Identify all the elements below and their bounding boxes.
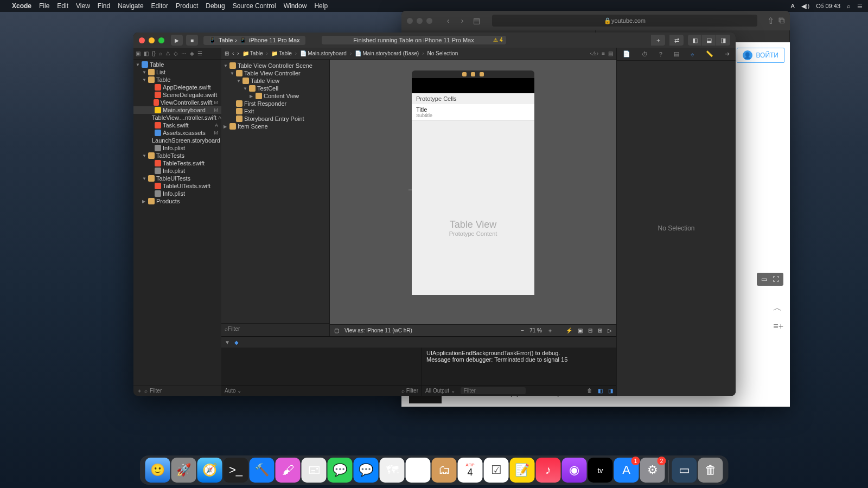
identity-inspector-icon[interactable]: ▤ bbox=[674, 50, 679, 57]
add-icon[interactable]: ＋ bbox=[137, 387, 142, 395]
file-tree-item[interactable]: TableTests.swift bbox=[133, 159, 221, 167]
file-tree[interactable]: ▼Table▼List▼TableAppDelegate.swiftSceneD… bbox=[133, 60, 221, 385]
volume-icon[interactable]: ◀)) bbox=[801, 3, 809, 10]
file-tree-item[interactable]: Assets.xcassetsM bbox=[133, 129, 221, 137]
file-tree-item[interactable]: TableView…ntroller.swiftA bbox=[133, 114, 221, 121]
warning-badge[interactable]: ⚠ 4 bbox=[493, 37, 502, 43]
dock-desktop-folder[interactable]: ▭ bbox=[672, 458, 697, 483]
size-inspector-icon[interactable]: 📏 bbox=[706, 50, 713, 57]
safari-address-bar[interactable]: 🔒 youtube.com bbox=[492, 15, 757, 27]
library-button[interactable]: ＋ bbox=[651, 35, 665, 46]
zoom-in-icon[interactable]: ＋ bbox=[547, 327, 553, 335]
yt-fullscreen-icon[interactable]: ⛶ bbox=[773, 275, 779, 283]
dock-appstore[interactable]: A1 bbox=[614, 458, 639, 483]
safari-traffic-lights[interactable] bbox=[407, 18, 432, 24]
document-outline[interactable]: ▼Table View Controller Scene▼Table View … bbox=[221, 60, 330, 336]
constraints-issues-icon[interactable]: ⚡ bbox=[566, 328, 572, 333]
resolve-icon[interactable]: ▷ bbox=[608, 328, 612, 333]
safari-share-icon[interactable]: ⇧ bbox=[767, 16, 774, 26]
nav-test-icon[interactable]: ◇ bbox=[174, 50, 178, 56]
output-mode-selector[interactable]: All Output ⌄ bbox=[425, 388, 455, 394]
file-tree-item[interactable]: ▶Products bbox=[133, 197, 221, 205]
dock-photos[interactable]: ✿ bbox=[406, 458, 431, 483]
back-icon[interactable]: ‹ bbox=[232, 50, 234, 56]
file-tree-item[interactable]: ▼TableUITests bbox=[133, 175, 221, 182]
nav-source-icon[interactable]: ◧ bbox=[144, 50, 149, 56]
console-filter-input[interactable] bbox=[461, 387, 526, 394]
file-tree-item[interactable]: ▼TableTests bbox=[133, 152, 221, 159]
adjust-editor-icon[interactable]: ▤ bbox=[608, 50, 613, 56]
outline-item[interactable]: Storyboard Entry Point bbox=[221, 115, 329, 123]
file-tree-item[interactable]: Main.storyboardM bbox=[133, 106, 221, 114]
history-inspector-icon[interactable]: ⏱ bbox=[642, 51, 648, 57]
outline-item[interactable]: ▼Table View Controller bbox=[221, 69, 329, 77]
safari-back-icon[interactable]: ‹ bbox=[442, 15, 454, 26]
menu-help[interactable]: Help bbox=[314, 2, 328, 10]
spotlight-icon[interactable]: ⌕ bbox=[847, 3, 851, 9]
dock-mail[interactable]: 🖃 bbox=[302, 458, 327, 483]
safari-forward-icon[interactable]: › bbox=[456, 15, 468, 26]
minimap-icon[interactable]: ≡ bbox=[602, 50, 605, 56]
dock-terminal[interactable]: >_ bbox=[224, 458, 248, 483]
run-button[interactable]: ▶ bbox=[171, 35, 183, 46]
outline-item[interactable]: ▼Table View bbox=[221, 77, 329, 85]
file-tree-item[interactable]: Task.swiftA bbox=[133, 121, 221, 129]
file-tree-item[interactable]: LaunchScreen.storyboard bbox=[133, 137, 221, 144]
yt-scroll-up-icon[interactable]: ︿ bbox=[773, 303, 783, 314]
yt-playlist-icon[interactable]: ≡+ bbox=[773, 322, 783, 331]
auto-selector[interactable]: Auto ⌄ bbox=[225, 388, 241, 394]
menu-edit[interactable]: Edit bbox=[57, 2, 68, 10]
toggle-navigator-button[interactable]: ◧ bbox=[688, 35, 702, 46]
file-tree-item[interactable]: ▼List bbox=[133, 68, 221, 76]
dock-calendar[interactable]: АПР4 bbox=[458, 458, 483, 483]
outline-item[interactable]: ▶Item Scene bbox=[221, 123, 329, 130]
file-tree-item[interactable]: Info.plist bbox=[133, 167, 221, 175]
left-pane-icon[interactable]: ◧ bbox=[598, 388, 603, 394]
menu-file[interactable]: File bbox=[39, 2, 49, 10]
safari-tabs-icon[interactable]: ⧉ bbox=[778, 16, 784, 25]
menu-find[interactable]: Find bbox=[98, 2, 110, 10]
file-tree-item[interactable]: Info.plist bbox=[133, 190, 221, 197]
dock-finder[interactable]: 🙂 bbox=[145, 458, 170, 483]
file-tree-item[interactable]: ▼Table bbox=[133, 61, 221, 68]
toggle-outline-icon[interactable]: ▢ bbox=[334, 328, 339, 333]
menu-product[interactable]: Product bbox=[176, 2, 198, 10]
forward-icon[interactable]: › bbox=[237, 50, 239, 56]
yt-theater-icon[interactable]: ▭ bbox=[761, 275, 767, 283]
menu-editor[interactable]: Editor bbox=[151, 2, 168, 10]
nav-debug-icon[interactable]: ⋯ bbox=[181, 50, 187, 56]
activity-status[interactable]: Finished running Table on iPhone 11 Pro … bbox=[322, 36, 506, 44]
dock-drawer[interactable]: 🗂 bbox=[432, 458, 457, 483]
file-tree-item[interactable]: AppDelegate.swift bbox=[133, 84, 221, 91]
file-tree-item[interactable]: SceneDelegate.swift bbox=[133, 91, 221, 99]
outline-item[interactable]: ▼Table View Controller Scene bbox=[221, 62, 329, 69]
toggle-inspector-button[interactable]: ◨ bbox=[716, 35, 730, 46]
file-tree-item[interactable]: ▼Table bbox=[133, 76, 221, 84]
toggle-debug-button[interactable]: ⬓ bbox=[702, 35, 716, 46]
nav-report-icon[interactable]: ☰ bbox=[197, 50, 202, 56]
hide-debug-icon[interactable]: ▼ bbox=[225, 339, 230, 345]
nav-breakpoint-icon[interactable]: ◈ bbox=[190, 50, 194, 56]
outline-item[interactable]: ▶Content View bbox=[221, 92, 329, 100]
dock-messages[interactable]: 💬 bbox=[328, 458, 353, 483]
interface-builder-canvas[interactable]: → Prototype Cells Title Subtitle bbox=[330, 60, 616, 336]
dock-notes[interactable]: 📝 bbox=[510, 458, 535, 483]
variables-view[interactable]: Auto ⌄ ⌕ Filter bbox=[221, 348, 422, 396]
dock-tv[interactable]: tv bbox=[588, 458, 613, 483]
dock-xcode[interactable]: 🔨 bbox=[250, 458, 275, 483]
dock-trash[interactable]: 🗑 bbox=[698, 458, 723, 483]
scheme-selector[interactable]: 📱 Table › 📱 iPhone 11 Pro Max bbox=[203, 36, 305, 45]
inspector-tabs[interactable]: 📄 ⏱ ? ▤ ⟐ 📏 ➜ bbox=[617, 48, 736, 61]
safari-sidebar-icon[interactable]: ▤ bbox=[470, 15, 482, 26]
outline-filter[interactable]: ⌕ Filter bbox=[221, 323, 329, 334]
prototype-cell[interactable]: Title Subtitle bbox=[412, 104, 534, 121]
console-view[interactable]: UIApplicationEndBackgroundTaskError() to… bbox=[422, 348, 616, 396]
clock[interactable]: Сб 09:43 bbox=[816, 3, 840, 9]
code-review-button[interactable]: ⇄ bbox=[669, 35, 684, 46]
align-icon[interactable]: ⊟ bbox=[588, 328, 592, 333]
trash-icon[interactable]: 🗑 bbox=[587, 388, 592, 394]
app-name[interactable]: Xcode bbox=[12, 2, 31, 10]
device-preview[interactable]: Prototype Cells Title Subtitle Table Vie… bbox=[412, 70, 534, 295]
navigator-tabs[interactable]: ▣ ◧ {} ⌕ ⚠ ◇ ⋯ ◈ ☰ bbox=[133, 48, 221, 60]
pin-icon[interactable]: ⊞ bbox=[598, 328, 602, 333]
